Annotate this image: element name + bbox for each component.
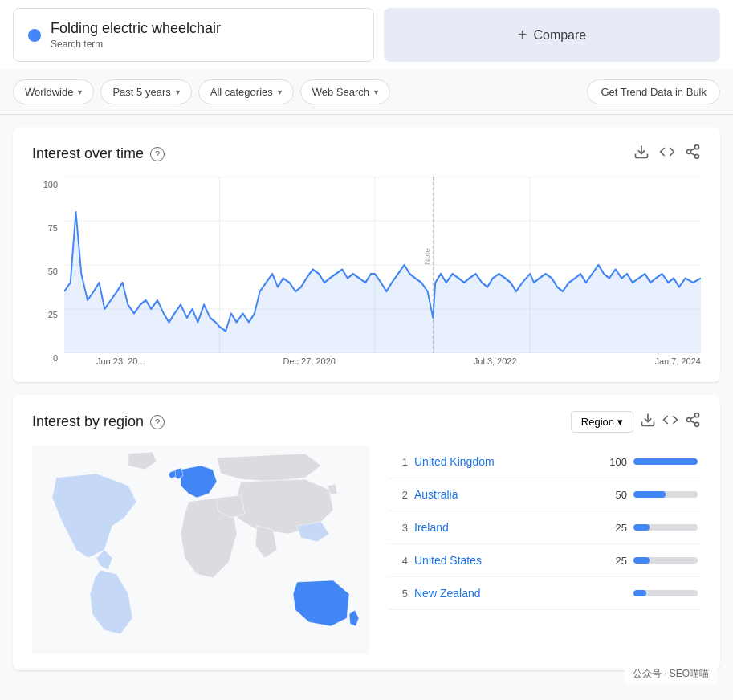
time-range-filter-label: Past 5 years bbox=[112, 86, 170, 98]
interest-over-time-title: Interest over time bbox=[32, 145, 144, 162]
x-label-1: Jun 23, 20... bbox=[96, 356, 145, 366]
x-label-2: Dec 27, 2020 bbox=[283, 356, 335, 366]
category-chevron-icon: ▾ bbox=[278, 88, 282, 96]
region-dropdown[interactable]: Region ▾ bbox=[571, 411, 633, 433]
search-term-name: Folding electric wheelchair bbox=[51, 20, 221, 37]
interest-over-time-help-icon[interactable]: ? bbox=[150, 147, 165, 161]
search-term-dot bbox=[28, 29, 41, 42]
y-label-0: 0 bbox=[32, 353, 61, 363]
region-name-4[interactable]: United States bbox=[414, 554, 597, 567]
region-bar-fill-2 bbox=[633, 491, 666, 498]
region-rank-5: 5 bbox=[392, 588, 408, 600]
chart-inner: Note Jun 23, 20... Dec 27, 2020 Jul 3, 2… bbox=[64, 177, 701, 366]
trend-data-button[interactable]: Get Trend Data in Bulk bbox=[587, 79, 720, 104]
chart-svg: Note bbox=[64, 177, 701, 353]
region-rank-1: 1 bbox=[392, 456, 408, 468]
x-label-3: Jul 3, 2022 bbox=[474, 356, 517, 366]
search-term-label: Search term bbox=[51, 39, 221, 50]
interest-over-time-actions bbox=[633, 144, 701, 164]
search-type-filter[interactable]: Web Search ▾ bbox=[300, 79, 390, 104]
interest-by-region-title: Interest by region bbox=[32, 413, 144, 430]
region-dropdown-chevron-icon: ▾ bbox=[617, 416, 623, 428]
interest-by-region-header: Interest by region ? Region ▾ bbox=[32, 411, 701, 433]
region-name-5[interactable]: New Zealand bbox=[414, 587, 597, 600]
y-label-50: 50 bbox=[32, 267, 61, 276]
x-label-4: Jan 7, 2024 bbox=[654, 356, 701, 366]
region-download-icon[interactable] bbox=[640, 412, 656, 432]
region-bar-container-5 bbox=[633, 590, 698, 596]
svg-line-4 bbox=[690, 153, 695, 155]
share-icon[interactable] bbox=[685, 144, 701, 164]
region-bar-fill-1 bbox=[633, 458, 698, 465]
region-item-5: 5 New Zealand bbox=[389, 577, 701, 610]
embed-code-icon[interactable] bbox=[659, 144, 675, 164]
region-name-1[interactable]: United Kingdom bbox=[414, 455, 597, 468]
interest-by-region-title-group: Interest by region ? bbox=[32, 413, 165, 430]
svg-line-21 bbox=[690, 421, 695, 423]
region-header-right: Region ▾ bbox=[571, 411, 701, 433]
filter-bar: Worldwide ▾ Past 5 years ▾ All categorie… bbox=[0, 70, 733, 115]
svg-text:Note: Note bbox=[423, 248, 430, 265]
region-dropdown-label: Region bbox=[581, 416, 614, 428]
region-embed-icon[interactable] bbox=[662, 412, 678, 432]
search-type-filter-label: Web Search bbox=[312, 86, 369, 98]
region-name-2[interactable]: Australia bbox=[414, 488, 597, 501]
trend-data-label: Get Trend Data in Bulk bbox=[601, 86, 707, 98]
category-filter-label: All categories bbox=[210, 86, 273, 98]
compare-box[interactable]: + Compare bbox=[384, 8, 720, 62]
region-item-1: 1 United Kingdom 100 bbox=[389, 446, 701, 478]
interest-over-time-section: Interest over time ? 100 75 50 25 0 bbox=[13, 128, 720, 382]
svg-point-19 bbox=[687, 418, 691, 422]
interest-by-region-help-icon[interactable]: ? bbox=[150, 415, 165, 429]
svg-line-5 bbox=[690, 148, 695, 150]
svg-point-3 bbox=[695, 154, 699, 158]
region-bar-fill-5 bbox=[633, 590, 646, 596]
region-list: 1 United Kingdom 100 2 Australia 50 3 Ir… bbox=[389, 446, 701, 610]
region-rank-2: 2 bbox=[392, 489, 408, 501]
chart-y-labels: 100 75 50 25 0 bbox=[32, 177, 61, 366]
chart-x-labels: Jun 23, 20... Dec 27, 2020 Jul 3, 2022 J… bbox=[64, 353, 701, 366]
region-name-3[interactable]: Ireland bbox=[414, 521, 597, 534]
region-bar-container-4 bbox=[633, 557, 698, 564]
region-share-icon[interactable] bbox=[685, 412, 701, 432]
y-label-75: 75 bbox=[32, 223, 61, 233]
region-value-1: 100 bbox=[603, 456, 627, 468]
time-range-filter[interactable]: Past 5 years ▾ bbox=[100, 79, 191, 104]
region-item-2: 2 Australia 50 bbox=[389, 478, 701, 511]
svg-marker-16 bbox=[64, 212, 701, 353]
world-map bbox=[32, 446, 369, 654]
interest-over-time-title-group: Interest over time ? bbox=[32, 145, 165, 162]
location-filter[interactable]: Worldwide ▾ bbox=[13, 79, 94, 104]
region-bar-fill-3 bbox=[633, 524, 650, 531]
region-item-3: 3 Ireland 25 bbox=[389, 511, 701, 544]
time-range-chevron-icon: ▾ bbox=[176, 88, 180, 96]
svg-point-1 bbox=[695, 145, 699, 149]
region-item-4: 4 United States 25 bbox=[389, 544, 701, 577]
region-value-4: 25 bbox=[603, 555, 627, 567]
chart-container: Note bbox=[64, 177, 701, 353]
download-icon[interactable] bbox=[633, 144, 650, 164]
svg-point-20 bbox=[695, 422, 699, 426]
location-chevron-icon: ▾ bbox=[78, 88, 82, 96]
location-filter-label: Worldwide bbox=[25, 86, 73, 98]
region-bar-container-2 bbox=[633, 491, 698, 498]
region-rank-3: 3 bbox=[392, 522, 408, 534]
region-bar-container-3 bbox=[633, 524, 698, 531]
world-map-svg bbox=[32, 446, 369, 654]
chart-area: 100 75 50 25 0 bbox=[32, 177, 701, 366]
region-rank-4: 4 bbox=[392, 555, 408, 567]
region-value-2: 50 bbox=[603, 489, 627, 501]
y-label-25: 25 bbox=[32, 310, 61, 319]
search-term-box: Folding electric wheelchair Search term bbox=[13, 8, 374, 62]
compare-label: Compare bbox=[533, 28, 586, 43]
region-value-3: 25 bbox=[603, 522, 627, 534]
region-bar-container-1 bbox=[633, 458, 698, 465]
search-type-chevron-icon: ▾ bbox=[374, 88, 378, 96]
svg-line-22 bbox=[690, 416, 695, 418]
top-section: Folding electric wheelchair Search term … bbox=[0, 0, 733, 70]
interest-over-time-header: Interest over time ? bbox=[32, 144, 701, 164]
interest-by-region-section: Interest by region ? Region ▾ bbox=[13, 395, 720, 670]
svg-point-18 bbox=[695, 413, 699, 417]
watermark-text: 公众号 · SEO喵喵 bbox=[633, 667, 709, 681]
category-filter[interactable]: All categories ▾ bbox=[198, 79, 294, 104]
